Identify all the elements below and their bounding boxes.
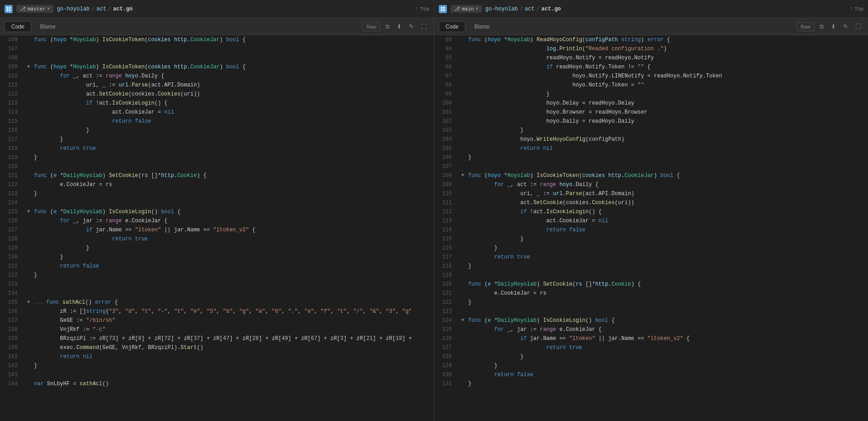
line-number[interactable]: 96 [434,62,459,72]
line-number[interactable]: 112 [434,207,459,216]
breadcrumb-dir-left[interactable]: act [96,6,106,12]
line-number[interactable]: 140 [0,343,25,352]
line-number[interactable]: 110 [0,72,25,81]
line-number[interactable]: 144 [0,379,25,388]
edit-button-right[interactable]: ✎ [841,22,850,31]
expand-cell[interactable]: ▼ [25,298,32,307]
line-number[interactable]: 117 [0,135,25,144]
line-number[interactable]: 132 [0,271,25,280]
tab-blame-right[interactable]: Blame [468,22,496,32]
line-number[interactable]: 120 [0,162,25,171]
line-number[interactable]: 134 [0,289,25,298]
line-number[interactable]: 129 [0,244,25,253]
expand-cell[interactable]: ▼ [25,62,32,72]
breadcrumb-org-left[interactable]: go-hoyolab [57,6,90,12]
line-number[interactable]: 123 [434,307,459,316]
branch-selector-left[interactable]: ⎇ master ▼ [16,5,53,13]
right-code-pane[interactable]: 80 func (hoyo *Hoyolab) ReadHoyoConfig(c… [434,35,868,421]
breadcrumb-dir-right[interactable]: act [525,6,535,12]
line-number[interactable]: 126 [0,216,25,225]
line-number[interactable]: 119 [0,153,25,162]
line-number[interactable]: 109 [0,35,25,44]
line-number[interactable]: 113 [434,216,459,225]
line-number[interactable]: 128 [0,234,25,244]
line-number[interactable]: 125 [434,325,459,334]
raw-button-right[interactable]: Raw [797,22,815,31]
tab-code-right[interactable]: Code [439,21,465,32]
line-number[interactable]: 100 [434,99,459,108]
line-number[interactable]: 131 [434,379,459,388]
line-number[interactable]: 116 [434,244,459,253]
line-number[interactable]: 127 [0,225,25,234]
line-number[interactable]: 111 [0,81,25,90]
line-number[interactable]: 105 [434,144,459,153]
line-number[interactable]: 103 [434,126,459,135]
download-button-right[interactable]: ⬇ [829,22,838,31]
line-number[interactable]: 137 [0,316,25,325]
line-number[interactable]: 115 [0,117,25,126]
line-number[interactable]: 122 [434,298,459,307]
line-number[interactable]: 106 [434,153,459,162]
line-number[interactable]: 118 [0,144,25,153]
tab-code-left[interactable]: Code [5,21,31,32]
line-number[interactable]: 99 [434,90,459,99]
line-number[interactable]: 119 [434,271,459,280]
line-number[interactable]: 113 [0,99,25,108]
line-number[interactable]: 112 [0,90,25,99]
line-number[interactable]: 94 [434,44,459,53]
line-number[interactable]: 120 [434,280,459,289]
line-number[interactable]: 114 [434,225,459,234]
top-link-left[interactable]: ↑ Top [416,6,429,12]
edit-button-left[interactable]: ✎ [407,22,416,31]
line-number[interactable]: 143 [0,370,25,379]
line-number[interactable]: 125 [0,207,25,216]
download-button-left[interactable]: ⬇ [394,22,404,31]
line-number[interactable]: 139 [0,334,25,343]
line-number[interactable]: 110 [434,189,459,198]
line-number[interactable]: 124 [434,316,459,325]
line-number[interactable]: 117 [434,253,459,262]
expand-cell[interactable]: ▼ [25,207,32,216]
line-number[interactable]: 108 [0,53,25,62]
line-number[interactable]: 116 [0,126,25,135]
line-number[interactable]: 121 [434,289,459,298]
line-number[interactable]: 122 [0,180,25,189]
line-number[interactable]: 131 [0,262,25,271]
expand-cell[interactable]: ▼ [459,171,466,180]
line-number[interactable]: 126 [434,334,459,343]
line-number[interactable]: 128 [434,352,459,361]
copy-button-right[interactable]: ⧉ [817,22,826,32]
line-number[interactable]: 107 [0,44,25,53]
fullscreen-button-right[interactable]: ⛶ [853,22,863,31]
line-number[interactable]: 118 [434,262,459,271]
line-number[interactable]: 130 [0,253,25,262]
line-number[interactable]: 108 [434,171,459,180]
branch-selector-right[interactable]: ⎇ main ▼ [451,5,482,13]
line-number[interactable]: 123 [0,189,25,198]
line-number[interactable]: 130 [434,370,459,379]
line-number[interactable]: 95 [434,53,459,62]
line-number[interactable]: 111 [434,198,459,207]
expand-cell[interactable]: ▼ [459,316,466,325]
line-number[interactable]: 142 [0,361,25,370]
line-number[interactable]: 102 [434,117,459,126]
line-number[interactable]: 80 [434,35,459,44]
line-number[interactable]: 138 [0,325,25,334]
line-number[interactable]: 115 [434,234,459,244]
line-number[interactable]: 98 [434,81,459,90]
line-number[interactable]: 129 [434,361,459,370]
line-number[interactable]: 124 [0,198,25,207]
line-number[interactable]: 101 [434,108,459,117]
raw-button-left[interactable]: Raw [362,22,380,31]
line-number[interactable]: 109 [0,62,25,72]
line-number[interactable]: 135 [0,298,25,307]
top-link-right[interactable]: ↑ Top [850,6,863,12]
line-number[interactable]: 107 [434,162,459,171]
fullscreen-button-left[interactable]: ⛶ [419,22,429,31]
line-number[interactable]: 136 [0,307,25,316]
line-number[interactable]: 121 [0,171,25,180]
line-number[interactable]: 133 [0,280,25,289]
line-number[interactable]: 127 [434,343,459,352]
line-number[interactable]: 104 [434,135,459,144]
copy-button-left[interactable]: ⧉ [383,22,392,32]
